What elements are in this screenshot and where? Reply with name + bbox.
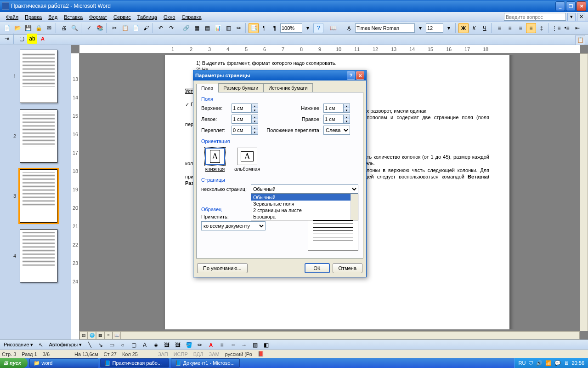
font-color-icon[interactable]: A bbox=[38, 34, 48, 44]
outline-view-icon[interactable]: ≡ bbox=[104, 331, 113, 339]
tray-icon[interactable]: 🛡 bbox=[528, 360, 533, 366]
default-button[interactable]: По умолчанию... bbox=[197, 263, 248, 273]
permission-icon[interactable]: 🔒 bbox=[34, 23, 44, 33]
italic-icon[interactable]: К bbox=[469, 23, 479, 33]
align-left-icon[interactable]: ≡ bbox=[494, 23, 504, 33]
menu-format[interactable]: Формат bbox=[86, 13, 110, 21]
tab-margins[interactable]: Поля bbox=[196, 84, 218, 92]
spin-up-icon[interactable]: ▲ bbox=[251, 104, 258, 108]
cut-icon[interactable]: ✂ bbox=[109, 23, 119, 33]
tray-lang[interactable]: RU bbox=[519, 360, 526, 366]
tray-icon[interactable]: 🖥 bbox=[564, 360, 569, 366]
wordart-icon[interactable]: A bbox=[140, 340, 150, 350]
clipart-icon[interactable]: 🖼 bbox=[162, 340, 172, 350]
menu-insert[interactable]: Вставка bbox=[61, 13, 86, 21]
line-style-icon[interactable]: ≡ bbox=[217, 340, 227, 350]
dialog-close-button[interactable]: ✕ bbox=[356, 71, 364, 80]
web-view-icon[interactable]: 🌐 bbox=[88, 331, 96, 339]
autoshapes-menu[interactable]: Автофигуры ▾ bbox=[47, 341, 84, 349]
bold-icon[interactable]: Ж bbox=[458, 23, 469, 33]
menu-tools[interactable]: Сервис bbox=[110, 13, 134, 21]
spin-up-icon[interactable]: ▲ bbox=[343, 104, 350, 108]
shadow-icon[interactable]: ▨ bbox=[250, 340, 260, 350]
show-hide-icon[interactable]: ¶ bbox=[259, 23, 269, 33]
status-rec[interactable]: ЗАП bbox=[158, 351, 168, 357]
decrease-indent-icon[interactable]: ⇤ bbox=[572, 23, 582, 33]
vertical-ruler[interactable]: 131415161718192021222324 bbox=[71, 53, 79, 348]
dropdown-option[interactable]: Брошюра bbox=[251, 213, 358, 220]
arrow-style-icon[interactable]: → bbox=[239, 340, 249, 350]
spin-down-icon[interactable]: ▼ bbox=[343, 119, 350, 123]
reading-view-icon[interactable]: 📖 bbox=[113, 331, 121, 339]
status-trk[interactable]: ИСПР bbox=[174, 351, 188, 357]
borders-icon[interactable]: ▢ bbox=[17, 34, 27, 44]
insert-table-icon[interactable]: ▤ bbox=[202, 23, 212, 33]
thumbnail-3[interactable]: 3 bbox=[13, 169, 57, 223]
spin-down-icon[interactable]: ▼ bbox=[343, 108, 350, 112]
spin-up-icon[interactable]: ▲ bbox=[251, 126, 258, 130]
tray-icon[interactable]: 💬 bbox=[554, 360, 561, 366]
cancel-button[interactable]: Отмена bbox=[333, 263, 362, 273]
drawing-menu[interactable]: Рисование ▾ bbox=[2, 341, 35, 349]
start-button[interactable]: ⊞ пуск bbox=[0, 358, 28, 368]
tray-time[interactable]: 20:56 bbox=[571, 360, 584, 366]
minimize-button[interactable]: _ bbox=[555, 1, 565, 11]
dialog-help-button[interactable]: ? bbox=[347, 71, 355, 80]
gutter-pos-select[interactable]: Слева bbox=[323, 126, 350, 135]
3d-icon[interactable]: ◧ bbox=[261, 340, 271, 350]
left-margin-input[interactable]: ▲▼ bbox=[232, 115, 258, 124]
horizontal-ruler[interactable]: 123456789101112131415161718 bbox=[79, 45, 580, 53]
vertical-scrollbar[interactable] bbox=[580, 53, 588, 331]
zoom-dropdown-icon[interactable]: ▾ bbox=[303, 23, 313, 33]
drawing-icon[interactable]: ✏ bbox=[234, 23, 244, 33]
spin-up-icon[interactable]: ▲ bbox=[251, 115, 258, 119]
font-color-icon[interactable]: A bbox=[206, 340, 216, 350]
size-dropdown-icon[interactable]: ▾ bbox=[444, 23, 454, 33]
reviewing-pane-icon[interactable]: 📋 bbox=[575, 35, 585, 45]
spin-up-icon[interactable]: ▲ bbox=[343, 115, 350, 119]
fill-color-icon[interactable]: 🪣 bbox=[184, 340, 194, 350]
spin-down-icon[interactable]: ▼ bbox=[251, 108, 258, 112]
size-select[interactable] bbox=[426, 23, 443, 33]
paste-icon[interactable]: 📄 bbox=[130, 23, 141, 33]
new-icon[interactable]: 📄 bbox=[2, 23, 12, 33]
gutter-input[interactable]: ▲▼ bbox=[232, 126, 258, 135]
spin-down-icon[interactable]: ▼ bbox=[251, 130, 258, 134]
font-dropdown-icon[interactable]: ▾ bbox=[415, 23, 425, 33]
spin-down-icon[interactable]: ▼ bbox=[251, 119, 258, 123]
print-icon[interactable]: 🖨 bbox=[59, 23, 69, 33]
landscape-option[interactable]: Aальбомная bbox=[234, 148, 260, 172]
dropdown-option[interactable]: Обычный bbox=[251, 194, 358, 201]
document-map-icon[interactable]: 📑 bbox=[249, 23, 259, 33]
read-icon[interactable]: 📖 bbox=[328, 23, 338, 33]
rectangle-icon[interactable]: ▭ bbox=[107, 340, 117, 350]
multi-pages-dropdown[interactable]: Обычный Обычный Зеркальные поля 2 страни… bbox=[251, 184, 358, 194]
dropdown-option[interactable]: Зеркальные поля bbox=[251, 201, 358, 207]
menu-help[interactable]: Справка bbox=[178, 13, 204, 21]
thumbnail-4[interactable]: 4 bbox=[13, 229, 57, 282]
menu-window[interactable]: Окно bbox=[160, 13, 179, 21]
hyperlink-icon[interactable]: 🔗 bbox=[181, 23, 191, 33]
undo-icon[interactable]: ↶ bbox=[156, 23, 166, 33]
thumbnail-1[interactable]: 1 bbox=[13, 50, 57, 103]
preview-icon[interactable]: 🔍 bbox=[69, 23, 79, 33]
diagram-icon[interactable]: ◈ bbox=[151, 340, 161, 350]
status-ext[interactable]: ВДЛ bbox=[193, 351, 204, 357]
status-language[interactable]: русский (Ро bbox=[225, 351, 252, 357]
mail-icon[interactable]: ✉ bbox=[44, 23, 54, 33]
tables-borders-icon[interactable]: ▦ bbox=[192, 23, 202, 33]
top-margin-input[interactable]: ▲▼ bbox=[232, 104, 258, 113]
line-icon[interactable]: ╲ bbox=[85, 340, 95, 350]
ask-input[interactable] bbox=[504, 13, 566, 21]
underline-icon[interactable]: Ч bbox=[480, 23, 490, 33]
tray-icon[interactable]: 🔊 bbox=[536, 360, 543, 366]
dropdown-scrollbar[interactable] bbox=[351, 194, 358, 220]
status-book-icon[interactable]: 📕 bbox=[258, 351, 264, 357]
help-icon[interactable]: ? bbox=[313, 23, 323, 33]
bottom-margin-input[interactable]: ▲▼ bbox=[323, 104, 350, 113]
tab-paper[interactable]: Размер бумаги bbox=[218, 83, 263, 92]
maximize-button[interactable]: ❐ bbox=[566, 1, 576, 11]
research-icon[interactable]: 📚 bbox=[95, 23, 105, 33]
portrait-option[interactable]: Aкнижная bbox=[205, 148, 225, 172]
print-view-icon[interactable]: ▦ bbox=[96, 331, 104, 339]
